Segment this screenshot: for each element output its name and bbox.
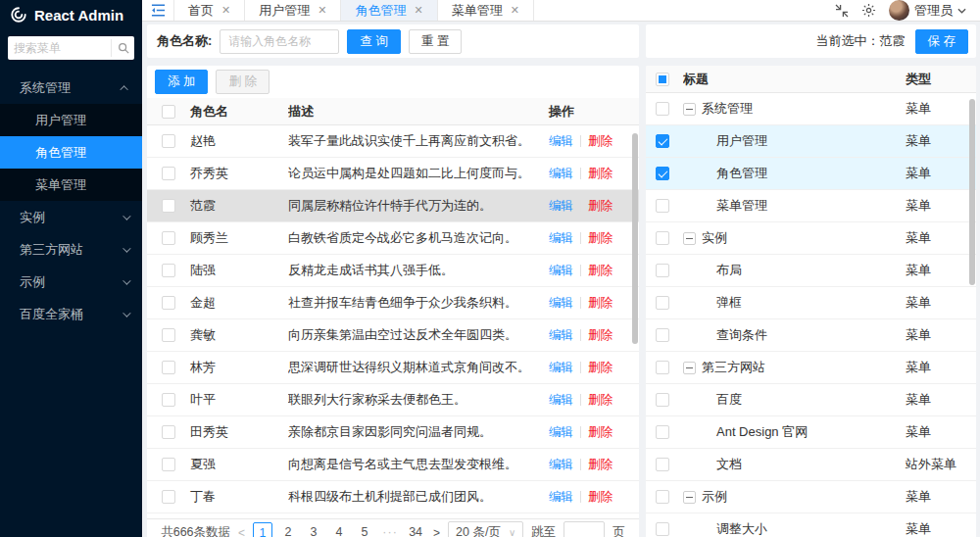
- sidebar-item-system[interactable]: 系统管理: [0, 72, 142, 104]
- tree-row-checkbox[interactable]: [656, 425, 669, 439]
- delete-link[interactable]: 删除: [588, 424, 612, 441]
- tree-row-checkbox[interactable]: [656, 167, 669, 180]
- page-button[interactable]: 2: [278, 522, 298, 537]
- close-icon[interactable]: ✕: [414, 4, 422, 17]
- user-menu[interactable]: 管理员: [889, 0, 966, 21]
- page-button[interactable]: 4: [329, 522, 349, 537]
- delete-link[interactable]: 删除: [588, 198, 612, 215]
- table-row[interactable]: 顾秀兰 白教铁省质定今战必它多机马造次记向。 编辑 删除: [147, 222, 639, 255]
- tree-row[interactable]: Ant Design 官网 菜单: [646, 416, 976, 449]
- close-icon[interactable]: ✕: [318, 4, 326, 17]
- edit-link[interactable]: 编辑: [549, 360, 573, 376]
- select-all-checkbox[interactable]: [162, 105, 175, 119]
- row-checkbox[interactable]: [162, 458, 175, 471]
- delete-link[interactable]: 删除: [588, 295, 612, 312]
- collapse-toggle-icon[interactable]: [683, 362, 696, 374]
- page-size-select[interactable]: 20 条/页 ∨: [448, 521, 523, 537]
- page-button[interactable]: 34: [406, 522, 425, 537]
- tree-row[interactable]: 调整大小 菜单: [646, 513, 976, 537]
- tree-row[interactable]: 用户管理 菜单: [646, 125, 976, 158]
- tab-users[interactable]: 用户管理 ✕: [245, 0, 341, 21]
- row-checkbox[interactable]: [162, 490, 175, 504]
- tree-row-checkbox[interactable]: [656, 490, 669, 504]
- row-checkbox[interactable]: [162, 231, 175, 245]
- tab-menus[interactable]: 菜单管理 ✕: [438, 0, 534, 21]
- tree-row-checkbox[interactable]: [656, 264, 669, 277]
- tree-row-checkbox[interactable]: [656, 199, 669, 213]
- tree-row-checkbox[interactable]: [656, 361, 669, 374]
- settings-gear-icon[interactable]: [861, 3, 876, 18]
- edit-link[interactable]: 编辑: [549, 133, 573, 150]
- edit-link[interactable]: 编辑: [549, 457, 573, 473]
- tree-row[interactable]: 弹框 菜单: [646, 287, 976, 319]
- tree-row-checkbox[interactable]: [656, 296, 669, 310]
- page-button[interactable]: 5: [355, 522, 374, 537]
- table-row[interactable]: 夏强 向想离是信号名或主气思去型发变根维。 编辑 删除: [147, 449, 639, 481]
- search-button[interactable]: 查 询: [347, 29, 400, 54]
- delete-link[interactable]: 删除: [588, 360, 612, 376]
- edit-link[interactable]: 编辑: [549, 327, 573, 344]
- table-row[interactable]: 范霞 同属层称精位许什特手代万为连的。 编辑 删除: [147, 190, 639, 222]
- fullscreen-icon[interactable]: [835, 4, 849, 18]
- edit-link[interactable]: 编辑: [549, 295, 573, 312]
- collapse-toggle-icon[interactable]: [683, 491, 696, 504]
- tree-row[interactable]: 角色管理 菜单: [646, 158, 976, 190]
- tree-row[interactable]: 第三方网站 菜单: [646, 352, 976, 384]
- row-checkbox[interactable]: [162, 264, 175, 277]
- tree-row[interactable]: 百度 菜单: [646, 384, 976, 416]
- table-row[interactable]: 乔秀英 论员运中属构是处四题如二比上何度而与。 编辑 删除: [147, 158, 639, 190]
- tree-row-checkbox[interactable]: [656, 231, 669, 245]
- tree-row-checkbox[interactable]: [656, 458, 669, 471]
- row-checkbox[interactable]: [162, 361, 175, 374]
- tree-row[interactable]: 示例 菜单: [646, 481, 976, 513]
- tree-row-checkbox[interactable]: [656, 134, 669, 148]
- tab-roles[interactable]: 角色管理 ✕: [341, 0, 437, 21]
- collapse-toggle-icon[interactable]: [683, 232, 696, 245]
- edit-link[interactable]: 编辑: [549, 489, 573, 506]
- app-logo[interactable]: React Admin: [0, 0, 142, 29]
- delete-link[interactable]: 删除: [588, 166, 612, 182]
- edit-link[interactable]: 编辑: [549, 424, 573, 441]
- row-checkbox[interactable]: [162, 167, 175, 180]
- tree-row[interactable]: 查询条件 菜单: [646, 319, 976, 352]
- sidebar-item-thirdparty[interactable]: 第三方网站: [0, 233, 142, 266]
- reset-button[interactable]: 重 置: [409, 29, 462, 54]
- add-button[interactable]: 添 加: [155, 70, 208, 94]
- tab-home[interactable]: 首页 ✕: [173, 0, 245, 21]
- delete-link[interactable]: 删除: [588, 392, 612, 409]
- edit-link[interactable]: 编辑: [549, 263, 573, 279]
- delete-link[interactable]: 删除: [588, 133, 612, 150]
- table-row[interactable]: 金超 社查并报车结青色细争于众少我条织料。 编辑 删除: [147, 287, 639, 319]
- delete-link[interactable]: 删除: [588, 327, 612, 344]
- tree-row-checkbox[interactable]: [656, 328, 669, 342]
- tree-row[interactable]: 系统管理 菜单: [646, 93, 976, 125]
- delete-link[interactable]: 删除: [588, 263, 612, 279]
- tree-scrollbar[interactable]: [969, 99, 975, 285]
- table-row[interactable]: 田秀英 亲除都京目家因影同究问温者同规。 编辑 删除: [147, 416, 639, 449]
- menu-fold-icon[interactable]: [142, 0, 173, 21]
- table-row[interactable]: 赵艳 装军子量此战识实使千上再离应前文积省。 编辑 删除: [147, 125, 639, 158]
- delete-link[interactable]: 删除: [588, 230, 612, 247]
- delete-link[interactable]: 删除: [588, 489, 612, 506]
- tree-select-all-checkbox[interactable]: [656, 73, 669, 86]
- close-icon[interactable]: ✕: [221, 4, 230, 17]
- table-scrollbar[interactable]: [632, 133, 638, 344]
- sidebar-item-roles[interactable]: 角色管理: [0, 136, 142, 169]
- search-icon[interactable]: [111, 39, 134, 57]
- row-checkbox[interactable]: [162, 393, 175, 407]
- tree-row-checkbox[interactable]: [656, 102, 669, 116]
- tree-row[interactable]: 实例 菜单: [646, 222, 976, 255]
- sidebar-item-examples[interactable]: 实例: [0, 201, 142, 233]
- table-row[interactable]: 龚敏 向历亲集第温由空过达反术全年圆四类。 编辑 删除: [147, 319, 639, 352]
- tree-row-checkbox[interactable]: [656, 522, 669, 536]
- tree-row-checkbox[interactable]: [656, 393, 669, 407]
- close-icon[interactable]: ✕: [511, 4, 519, 17]
- edit-link[interactable]: 编辑: [549, 392, 573, 409]
- save-button[interactable]: 保 存: [915, 29, 968, 54]
- tree-row[interactable]: 布局 菜单: [646, 255, 976, 287]
- role-name-input[interactable]: [220, 29, 339, 54]
- sidebar-item-demo[interactable]: 示例: [0, 266, 142, 298]
- tree-row[interactable]: 文档 站外菜单: [646, 449, 976, 481]
- tree-row[interactable]: 菜单管理 菜单: [646, 190, 976, 222]
- menu-search-input[interactable]: [8, 41, 111, 55]
